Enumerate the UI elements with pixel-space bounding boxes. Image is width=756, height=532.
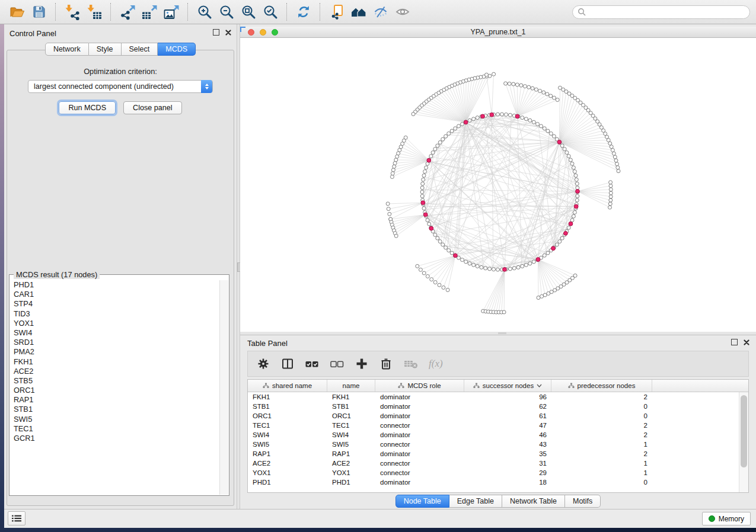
table-row[interactable]: RAP1RAP1dominator352 bbox=[248, 449, 748, 459]
column-visibility-icon[interactable] bbox=[280, 357, 295, 371]
mcds-result-item[interactable]: STB5 bbox=[10, 376, 220, 386]
column-header-mcds-role[interactable]: MCDS role bbox=[375, 380, 464, 392]
table-scrollbar[interactable] bbox=[739, 392, 748, 492]
add-column-icon[interactable] bbox=[355, 357, 369, 371]
close-panel-button[interactable]: Close panel bbox=[123, 101, 182, 114]
table-cell: 1 bbox=[551, 468, 652, 477]
table-settings-icon[interactable] bbox=[256, 357, 270, 371]
export-image-icon[interactable] bbox=[160, 2, 182, 22]
table-panel-titlebar: Table Panel bbox=[240, 335, 756, 350]
table-row[interactable]: YOX1YOX1connector291 bbox=[248, 468, 748, 477]
close-panel-icon[interactable] bbox=[744, 339, 749, 345]
table-row[interactable]: PHD1PHD1dominator180 bbox=[248, 477, 748, 487]
tab-select[interactable]: Select bbox=[122, 43, 158, 56]
table-row[interactable]: TEC1TEC1connector472 bbox=[248, 421, 748, 430]
search-box bbox=[572, 5, 750, 19]
function-builder-icon[interactable]: f(x) bbox=[429, 358, 443, 370]
tab-edge-table[interactable]: Edge Table bbox=[449, 495, 502, 508]
mcds-result-item[interactable]: CAR1 bbox=[10, 290, 220, 299]
mcds-result-item[interactable]: PMA2 bbox=[10, 347, 220, 357]
import-table-icon[interactable] bbox=[83, 2, 105, 22]
toolbar-separator bbox=[110, 3, 111, 21]
column-header-predecessor-nodes[interactable]: predecessor nodes bbox=[551, 380, 652, 392]
table-cell: RAP1 bbox=[327, 449, 375, 459]
memory-status-icon bbox=[709, 515, 715, 522]
tab-mcds[interactable]: MCDS bbox=[158, 43, 196, 56]
refresh-icon[interactable] bbox=[292, 2, 314, 22]
delete-table-icon[interactable] bbox=[403, 357, 419, 371]
float-panel-icon[interactable] bbox=[731, 339, 738, 345]
table-cell: connector bbox=[375, 459, 464, 468]
search-input[interactable] bbox=[589, 7, 745, 17]
optimization-select[interactable]: largest connected component (undirected) bbox=[28, 80, 213, 93]
column-header-shared-name[interactable]: shared name bbox=[248, 380, 327, 392]
table-row[interactable]: ORC1ORC1dominator610 bbox=[248, 411, 748, 421]
new-network-from-selection-icon[interactable] bbox=[326, 2, 347, 22]
mcds-result-item[interactable]: YOX1 bbox=[10, 319, 220, 328]
zoom-selected-icon[interactable] bbox=[259, 2, 281, 22]
mcds-result-item[interactable]: STB1 bbox=[10, 405, 220, 414]
table-row[interactable]: FKH1FKH1dominator962 bbox=[248, 392, 748, 402]
mcds-result-item[interactable]: FKH1 bbox=[10, 357, 220, 367]
table-cell: SWI4 bbox=[248, 430, 327, 440]
save-session-icon[interactable] bbox=[28, 2, 50, 22]
mcds-list-scrollbar[interactable] bbox=[219, 280, 228, 495]
select-all-icon[interactable] bbox=[305, 357, 320, 371]
mcds-result-item[interactable]: SWI4 bbox=[10, 328, 220, 338]
close-panel-icon[interactable] bbox=[225, 30, 231, 36]
open-file-icon[interactable] bbox=[6, 2, 28, 22]
tab-network[interactable]: Network bbox=[45, 43, 89, 56]
mcds-result-item[interactable]: ACE2 bbox=[10, 367, 220, 376]
column-header-name[interactable]: name bbox=[327, 380, 375, 392]
tab-motifs[interactable]: Motifs bbox=[565, 495, 601, 508]
table-cell: SWI4 bbox=[327, 430, 375, 440]
network-graph[interactable] bbox=[240, 38, 756, 332]
column-header-successor-nodes[interactable]: successor nodes bbox=[464, 380, 551, 392]
delete-column-icon[interactable] bbox=[379, 357, 393, 371]
mcds-result-item[interactable]: ORC1 bbox=[10, 386, 220, 395]
table-cell: SWI5 bbox=[327, 440, 375, 449]
table-cell: TEC1 bbox=[327, 421, 375, 430]
table-cell: 1 bbox=[551, 459, 652, 468]
mcds-result-item[interactable]: SWI5 bbox=[10, 415, 220, 424]
splitter-grip[interactable] bbox=[498, 332, 506, 334]
show-graphics-details-icon[interactable] bbox=[391, 2, 413, 22]
export-network-icon[interactable] bbox=[116, 2, 138, 22]
control-panel: Control Panel Network Style Select MCDS … bbox=[4, 24, 237, 509]
mcds-result-list: PHD1CAR1STP4TID3YOX1SWI4SRD1PMA2FKH1ACE2… bbox=[10, 280, 220, 495]
zoom-out-icon[interactable] bbox=[215, 2, 237, 22]
optimization-criterion-label: Optimization criterion: bbox=[7, 67, 234, 76]
table-cell: dominator bbox=[375, 402, 464, 411]
mcds-result-item[interactable]: TEC1 bbox=[10, 424, 220, 434]
tab-node-table[interactable]: Node Table bbox=[395, 495, 449, 508]
mcds-result-item[interactable]: PHD1 bbox=[10, 280, 220, 290]
zoom-fit-icon[interactable] bbox=[237, 2, 259, 22]
shared-column-icon bbox=[473, 383, 480, 389]
table-row[interactable]: SWI4SWI4dominator462 bbox=[248, 430, 748, 440]
table-cell: SWI5 bbox=[248, 440, 327, 449]
mcds-result-item[interactable]: STP4 bbox=[10, 299, 220, 309]
table-row[interactable]: ACE2ACE2connector311 bbox=[248, 459, 748, 468]
scrollbar-thumb[interactable] bbox=[741, 395, 747, 467]
zoom-in-icon[interactable] bbox=[193, 2, 215, 22]
table-header-row: shared name name MCDS role successor nod… bbox=[248, 380, 748, 392]
show-all-panels-icon[interactable] bbox=[347, 2, 369, 22]
tab-style[interactable]: Style bbox=[89, 43, 122, 56]
mcds-result-item[interactable]: RAP1 bbox=[10, 395, 220, 405]
main-toolbar bbox=[0, 0, 756, 24]
run-mcds-button[interactable]: Run MCDS bbox=[59, 101, 116, 114]
memory-button[interactable]: Memory bbox=[702, 512, 751, 525]
float-panel-icon[interactable] bbox=[213, 29, 219, 36]
table-row[interactable]: STB1STB1dominator620 bbox=[248, 402, 748, 411]
deselect-all-icon[interactable] bbox=[330, 357, 344, 371]
import-network-icon[interactable] bbox=[61, 2, 83, 22]
select-stepper-icon bbox=[201, 80, 212, 93]
export-table-icon[interactable] bbox=[138, 2, 160, 22]
mcds-result-item[interactable]: GCR1 bbox=[10, 434, 220, 443]
task-history-button[interactable] bbox=[8, 511, 25, 525]
table-row[interactable]: SWI5SWI5connector431 bbox=[248, 440, 748, 449]
tab-network-table[interactable]: Network Table bbox=[502, 495, 565, 508]
hide-panels-icon[interactable] bbox=[369, 2, 391, 22]
mcds-result-item[interactable]: SRD1 bbox=[10, 338, 220, 347]
mcds-result-item[interactable]: TID3 bbox=[10, 309, 220, 319]
